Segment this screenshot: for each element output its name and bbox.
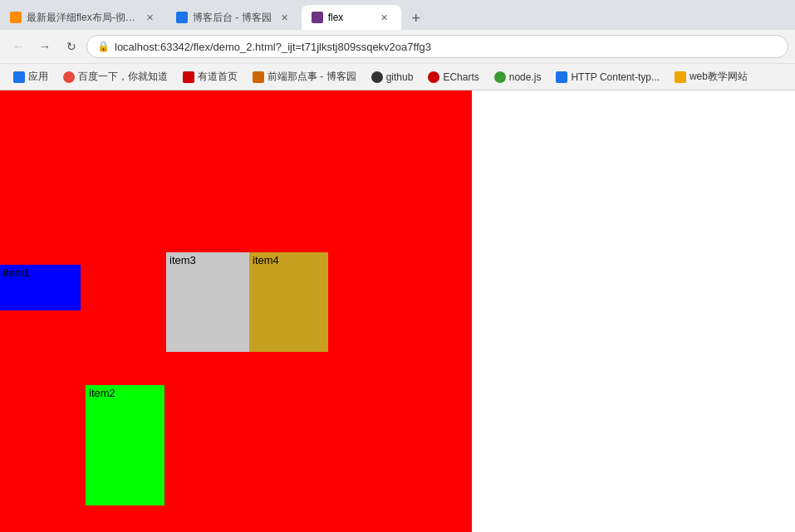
bookmark-nodejs-label: node.js (509, 71, 542, 83)
bookmark-github[interactable]: github (365, 69, 420, 85)
bookmark-blog[interactable]: 前端那点事 - 博客园 (246, 67, 363, 86)
tab-3-close[interactable]: ✕ (378, 11, 391, 24)
bookmark-echarts[interactable]: ECharts (421, 69, 485, 85)
item1-box: item1 (0, 265, 81, 310)
bookmark-nodejs[interactable]: node.js (488, 69, 548, 85)
bookmark-echarts-favicon (428, 71, 439, 83)
secure-icon: 🔒 (97, 41, 110, 52)
tab-2-label: 博客后台 - 博客园 (193, 11, 272, 25)
bookmark-web-label: web教学网站 (689, 70, 748, 84)
tab-2-close[interactable]: ✕ (278, 11, 292, 24)
bookmark-apps-label: 应用 (28, 70, 48, 84)
url-box[interactable]: 🔒 localhost:63342/flex/demo_2.html?_ijt=… (86, 35, 788, 58)
new-tab-icon: + (411, 10, 420, 27)
refresh-icon: ↻ (66, 40, 76, 53)
tab-3[interactable]: flex ✕ (302, 5, 401, 30)
bookmarks-bar: 应用 百度一下，你就知道 有道首页 前端那点事 - 博客园 github ECh… (0, 63, 795, 90)
address-bar: ← → ↻ 🔒 localhost:63342/flex/demo_2.html… (0, 30, 795, 63)
bookmark-http-favicon (556, 71, 567, 83)
flex-demo-viewport: item1 item2 item3 item4 (0, 90, 472, 532)
bookmark-blog-favicon (253, 71, 264, 83)
bookmark-web-favicon (675, 71, 686, 83)
item3-label: item3 (169, 254, 196, 266)
back-icon: ← (12, 40, 24, 53)
item3-box: item3 (166, 252, 249, 352)
tab-1-close[interactable]: ✕ (143, 11, 156, 24)
bookmark-baidu-label: 百度一下，你就知道 (78, 70, 168, 84)
bookmark-youdao-favicon (183, 71, 194, 83)
bookmark-github-label: github (386, 71, 414, 83)
tab-2[interactable]: 博客后台 - 博客园 ✕ (166, 5, 302, 30)
forward-icon: → (39, 40, 51, 53)
back-button[interactable]: ← (7, 35, 30, 58)
item4-box: item4 (249, 252, 328, 352)
item4-label: item4 (253, 254, 279, 266)
page-content: item1 item2 item3 item4 (0, 90, 795, 532)
refresh-button[interactable]: ↻ (60, 35, 83, 58)
tab-bar: 最新最洋细flex布局-彻底掌握_哔... ✕ 博客后台 - 博客园 ✕ fle… (0, 0, 795, 30)
bookmark-echarts-label: ECharts (443, 71, 478, 83)
bookmark-youdao-label: 有道首页 (198, 70, 238, 84)
tab-3-favicon (312, 12, 323, 23)
bookmark-nodejs-favicon (494, 71, 506, 83)
bookmark-http[interactable]: HTTP Content-typ... (549, 69, 665, 85)
bookmark-blog-label: 前端那点事 - 博客园 (267, 70, 356, 84)
item1-label: item1 (3, 266, 30, 279)
forward-button[interactable]: → (33, 35, 56, 58)
browser-chrome: 最新最洋细flex布局-彻底掌握_哔... ✕ 博客后台 - 博客园 ✕ fle… (0, 0, 795, 90)
bookmark-baidu-favicon (63, 71, 75, 83)
item2-label: item2 (89, 387, 115, 399)
url-text: localhost:63342/flex/demo_2.html?_ijt=t7… (115, 41, 431, 53)
new-tab-button[interactable]: + (405, 7, 428, 30)
tab-2-favicon (176, 12, 188, 23)
white-area (472, 90, 795, 532)
bookmark-github-favicon (371, 71, 383, 83)
bookmark-youdao[interactable]: 有道首页 (176, 67, 244, 86)
bookmark-baidu[interactable]: 百度一下，你就知道 (56, 67, 174, 86)
item34-container: item3 item4 (166, 252, 328, 352)
tab-1-label: 最新最洋细flex布局-彻底掌握_哔... (27, 11, 136, 25)
tab-3-label: flex (328, 12, 371, 23)
bookmark-http-label: HTTP Content-typ... (571, 71, 659, 83)
bookmark-web[interactable]: web教学网站 (668, 67, 754, 86)
tab-1[interactable]: 最新最洋细flex布局-彻底掌握_哔... ✕ (0, 5, 166, 30)
tab-1-favicon (10, 12, 22, 23)
item2-box: item2 (86, 385, 164, 505)
bookmark-apps-favicon (13, 71, 25, 83)
bookmark-apps[interactable]: 应用 (7, 67, 55, 86)
